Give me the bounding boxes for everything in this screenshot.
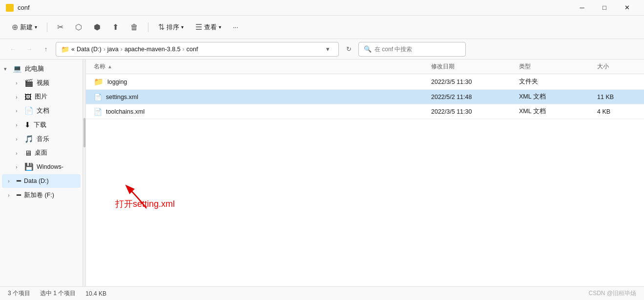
chevron-down-icon: ▾	[4, 66, 10, 72]
file-type: XML 文档	[519, 93, 597, 101]
delete-icon: 🗑	[130, 23, 138, 32]
file-modified: 2022/3/5 11:30	[431, 79, 519, 85]
folder-icon: 📁	[61, 45, 69, 53]
sidebar-item-this-pc[interactable]: ▾ 💻 此电脑	[2, 62, 81, 76]
column-name[interactable]: 名称 ▲	[94, 62, 431, 71]
copy-button[interactable]: ⬡	[71, 20, 86, 35]
sidebar-item-windows[interactable]: › 💾 Windows-	[2, 160, 81, 174]
address-row: ← → ↑ 📁 « Data (D:) › java › apache-mave…	[0, 39, 644, 60]
view-icon: ☰	[195, 22, 202, 32]
selected-count: 选中 1 个项目	[40, 289, 76, 298]
sort-chevron-icon: ▾	[181, 24, 184, 30]
path-maven-label: apache-maven-3.8.5	[125, 46, 181, 53]
toolbar-divider-1	[47, 22, 47, 32]
paste-button[interactable]: ⬢	[90, 20, 104, 35]
share-button[interactable]: ⬆	[108, 20, 123, 35]
close-button[interactable]: ✕	[616, 0, 638, 16]
window-controls: ─ □ ✕	[571, 0, 638, 16]
sort-label: 排序	[166, 23, 179, 32]
file-name-cell: 📄 settings.xml	[94, 93, 431, 101]
file-name: toolchains.xml	[106, 108, 145, 115]
sidebar-item-pictures[interactable]: › 🖼 图片	[2, 90, 81, 103]
main-layout: ▾ 💻 此电脑 › 🎬 视频 › 🖼 图片 › 📄 文档 › ⬇ 下载 › 🎵 …	[0, 60, 644, 286]
sidebar: ▾ 💻 此电脑 › 🎬 视频 › 🖼 图片 › 📄 文档 › ⬇ 下载 › 🎵 …	[0, 60, 83, 286]
forward-button[interactable]: →	[22, 42, 36, 56]
path-data-label: Data (D:)	[77, 46, 102, 53]
new-button[interactable]: ⊕ 新建 ▾	[8, 20, 41, 35]
sidebar-label-data-drive: Data (D:)	[24, 178, 49, 184]
sort-up-icon: ▲	[107, 64, 112, 69]
path-java-label: java	[107, 46, 119, 53]
new-volume-icon: ━	[17, 191, 21, 200]
pc-icon: 💻	[13, 64, 22, 73]
view-button[interactable]: ☰ 查看 ▾	[191, 20, 225, 35]
more-icon: ···	[233, 23, 238, 31]
new-icon: ⊕	[12, 22, 18, 32]
path-segment-1: «	[71, 46, 75, 53]
chevron-right-icon: ›	[8, 192, 14, 198]
column-type[interactable]: 类型	[519, 62, 597, 71]
file-modified: 2022/5/2 11:48	[431, 94, 519, 100]
new-label: 新建	[20, 23, 33, 32]
chevron-right-icon: ›	[16, 136, 21, 142]
selected-size: 10.4 KB	[85, 290, 106, 297]
file-row-settings[interactable]: 📄 settings.xml 2022/5/2 11:48 XML 文档 11 …	[86, 90, 644, 104]
file-list-header: 名称 ▲ 修改日期 类型 大小	[86, 60, 644, 74]
address-dropdown-button[interactable]: ▾	[322, 43, 333, 55]
file-type: XML 文档	[519, 107, 597, 116]
downloads-icon: ⬇	[24, 120, 31, 129]
delete-button[interactable]: 🗑	[126, 20, 142, 35]
sidebar-item-new-volume[interactable]: › ━ 新加卷 (F:)	[2, 188, 81, 202]
search-box[interactable]: 🔍	[358, 42, 466, 57]
window-title: conf	[18, 4, 571, 11]
sidebar-item-downloads[interactable]: › ⬇ 下载	[2, 118, 81, 132]
cut-icon: ✂	[57, 22, 63, 32]
maximize-button[interactable]: □	[593, 0, 616, 16]
minimize-button[interactable]: ─	[571, 0, 593, 16]
sidebar-item-desktop[interactable]: › 🖥 桌面	[2, 146, 81, 160]
chevron-right-icon: ›	[16, 122, 21, 128]
documents-icon: 📄	[24, 106, 34, 115]
sort-icon: ⇅	[158, 22, 165, 32]
window-icon	[6, 4, 14, 12]
folder-icon: 📁	[94, 77, 104, 86]
file-row-toolchains[interactable]: 📄 toolchains.xml 2022/3/5 11:30 XML 文档 4…	[86, 104, 644, 119]
search-input[interactable]	[374, 46, 460, 53]
sidebar-item-data-drive[interactable]: › ━ Data (D:)	[2, 174, 81, 188]
chevron-right-icon: ›	[16, 108, 21, 114]
file-row-logging[interactable]: 📁 logging 2022/3/5 11:30 文件夹	[86, 74, 644, 90]
sidebar-label-video: 视频	[37, 79, 49, 87]
refresh-button[interactable]: ↻	[342, 42, 355, 56]
up-button[interactable]: ↑	[39, 42, 53, 56]
file-size: 11 KB	[597, 94, 636, 100]
sidebar-scrollbar[interactable]	[83, 60, 86, 286]
sidebar-item-documents[interactable]: › 📄 文档	[2, 104, 81, 118]
file-name: settings.xml	[106, 94, 138, 100]
xml-file-icon: 📄	[94, 108, 102, 116]
annotation-arrow	[117, 181, 176, 211]
more-button[interactable]: ···	[229, 20, 242, 34]
sidebar-item-music[interactable]: › 🎵 音乐	[2, 132, 81, 146]
column-modified[interactable]: 修改日期	[431, 62, 519, 71]
annotation-text: 打开setting.xml	[115, 198, 175, 210]
sidebar-label-documents: 文档	[37, 107, 49, 115]
address-bar[interactable]: 📁 « Data (D:) › java › apache-maven-3.8.…	[56, 42, 339, 57]
sidebar-item-video[interactable]: › 🎬 视频	[2, 76, 81, 90]
view-label: 查看	[204, 23, 217, 32]
back-button[interactable]: ←	[6, 42, 20, 56]
chevron-right-icon: ›	[8, 178, 14, 184]
share-icon: ⬆	[112, 22, 119, 32]
sidebar-label-downloads: 下载	[34, 121, 46, 129]
cut-button[interactable]: ✂	[53, 20, 67, 35]
pictures-icon: 🖼	[24, 93, 32, 101]
sort-button[interactable]: ⇅ 排序 ▾	[154, 20, 187, 35]
music-icon: 🎵	[24, 135, 34, 143]
path-conf-label: conf	[187, 46, 198, 53]
xml-file-icon: 📄	[94, 93, 102, 101]
sidebar-label-desktop: 桌面	[35, 149, 47, 157]
column-size[interactable]: 大小	[597, 62, 636, 71]
sidebar-label-this-pc: 此电脑	[25, 65, 44, 73]
windows-icon: 💾	[24, 162, 34, 171]
toolbar: ⊕ 新建 ▾ ✂ ⬡ ⬢ ⬆ 🗑 ⇅ 排序 ▾ ☰ 查看 ▾ ···	[0, 16, 644, 39]
sidebar-label-new-volume: 新加卷 (F:)	[24, 191, 54, 200]
